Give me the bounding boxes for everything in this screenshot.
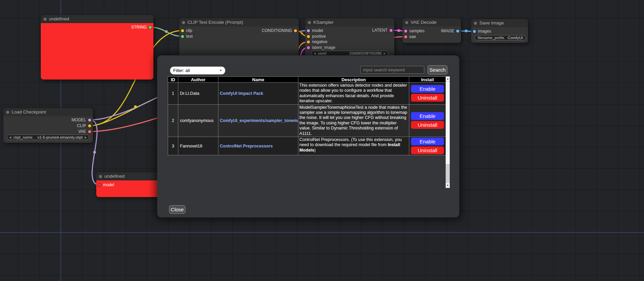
enable-button[interactable]: Enable (411, 85, 444, 93)
table-row: 3 Fannovel16 ControlNet Preprocessors Co… (168, 137, 446, 155)
output-slot-conditioning[interactable]: CONDITIONING (262, 29, 297, 32)
cell-name: ControlNet Preprocessors (218, 137, 298, 155)
extension-link[interactable]: ComfyUI Impact Pack (220, 91, 263, 96)
node-title: VAE Decode (411, 18, 436, 27)
node-title-bar[interactable]: VAE Decode (402, 18, 461, 27)
collapse-dot-icon[interactable] (182, 21, 185, 24)
node-title-bar[interactable]: Save Image (471, 19, 528, 27)
collapse-dot-icon[interactable] (99, 175, 102, 178)
cell-install: Enable Uninstall (409, 104, 446, 137)
uninstall-button[interactable]: Uninstall (411, 121, 444, 129)
link-midpoint-dot (134, 105, 137, 108)
output-slot-model[interactable]: MODEL (71, 118, 91, 122)
input-dot-latent-image[interactable] (307, 46, 310, 49)
node-clip-text-encode[interactable]: CLIP Text Encode (Prompt) clip text COND… (179, 18, 299, 60)
widget-next-icon[interactable]: ▶ (85, 136, 87, 139)
header-install: Install (409, 77, 446, 83)
ckpt-name-widget[interactable]: ◀ ckpt_name v1-5-pruned-emaonly.ckpt ▶ (7, 135, 89, 140)
scrollbar-thumb[interactable] (446, 81, 450, 165)
close-button[interactable]: Close (169, 205, 185, 214)
uninstall-button[interactable]: Uninstall (411, 146, 444, 154)
filter-selected-value: Filter: all (173, 68, 190, 73)
extension-link[interactable]: ComfyUI_experiments/sampler_tonemap (220, 118, 298, 123)
collapse-dot-icon[interactable] (308, 21, 311, 24)
output-slot-latent[interactable]: LATENT (372, 29, 393, 32)
cell-id: 2 (168, 104, 178, 137)
input-slot-images[interactable]: images (473, 30, 491, 33)
node-ksampler[interactable]: KSampler model positive negative latent_… (305, 18, 394, 59)
input-slot-positive[interactable]: positive (307, 35, 326, 38)
header-author: Author (178, 77, 218, 83)
collapse-dot-icon[interactable] (44, 18, 47, 21)
table-header-row: ID Author Name Description Install (168, 77, 446, 83)
input-slot-model[interactable]: model (98, 183, 114, 187)
scroll-down-icon[interactable]: ▼ (446, 183, 450, 188)
custom-nodes-manager-dialog: Filter: all ▼ Search ID Author Name Desc… (157, 55, 459, 217)
widget-decrement-icon[interactable]: ◀ (314, 52, 316, 55)
input-dot-images[interactable] (473, 30, 476, 33)
output-dot-model[interactable] (88, 119, 91, 122)
header-description: Description (298, 77, 409, 83)
input-slot-text[interactable]: text (181, 35, 193, 38)
output-slot-string[interactable]: STRING (131, 25, 152, 29)
cell-author: Fannovel16 (178, 137, 218, 155)
link-midpoint-dot (465, 30, 467, 32)
node-title: KSampler (313, 18, 333, 27)
input-dot-vae[interactable] (404, 35, 407, 38)
collapse-dot-icon[interactable] (474, 22, 477, 25)
enable-button[interactable]: Enable (411, 112, 444, 120)
output-slot-vae[interactable]: VAE (78, 130, 91, 133)
link-midpoint-dot (93, 151, 96, 154)
input-slot-clip[interactable]: clip (181, 29, 192, 32)
uninstall-button[interactable]: Uninstall (411, 94, 444, 102)
output-slot-image[interactable]: IMAGE (441, 29, 459, 33)
extension-link[interactable]: ControlNet Preprocessors (220, 144, 273, 148)
node-title-bar[interactable]: Load Checkpoint (3, 108, 93, 116)
node-title-bar[interactable]: CLIP Text Encode (Prompt) (179, 18, 299, 27)
input-slot-samples[interactable]: samples (404, 29, 425, 33)
input-slot-model[interactable]: model (307, 29, 323, 32)
node-vae-decode[interactable]: VAE Decode samples vae IMAGE (402, 18, 461, 43)
input-dot-model[interactable] (307, 29, 310, 32)
node-title: undefined (49, 15, 69, 23)
graph-canvas[interactable]: undefined STRING CLIP Text Encode (Promp… (0, 0, 644, 281)
input-dot-samples[interactable] (404, 30, 407, 33)
node-title-bar[interactable]: undefined (41, 15, 153, 23)
widget-increment-icon[interactable]: ▶ (384, 52, 386, 55)
enable-button[interactable]: Enable (411, 138, 444, 145)
search-input[interactable] (360, 66, 424, 74)
scroll-up-icon[interactable]: ▲ (446, 76, 450, 81)
node-load-checkpoint[interactable]: Load Checkpoint MODEL CLIP VAE ◀ ckpt_na… (3, 108, 93, 143)
chevron-down-icon: ▼ (219, 69, 222, 72)
node-save-image[interactable]: Save Image images filename_prefix ComfyU… (471, 19, 528, 43)
input-dot-clip[interactable] (181, 29, 184, 32)
collapse-dot-icon[interactable] (405, 21, 408, 24)
node-undefined-top[interactable]: undefined STRING (41, 15, 153, 80)
input-slot-vae[interactable]: vae (404, 35, 416, 38)
widget-previous-icon[interactable]: ◀ (9, 136, 11, 139)
output-dot-string[interactable] (149, 26, 152, 29)
table-scrollbar[interactable]: ▲ ▼ (446, 76, 450, 188)
output-dot-conditioning[interactable] (294, 29, 297, 32)
cell-install: Enable Uninstall (409, 83, 446, 105)
search-button[interactable]: Search (428, 65, 447, 74)
cell-description: ControlNet Preprocessors. (To use this e… (298, 137, 409, 155)
input-dot-negative[interactable] (307, 40, 310, 43)
cell-author: comfyanonymous (178, 104, 218, 137)
output-slot-clip[interactable]: CLIP (77, 124, 91, 127)
input-dot-model[interactable] (98, 183, 101, 187)
output-dot-clip[interactable] (88, 124, 91, 127)
collapse-dot-icon[interactable] (6, 111, 9, 114)
node-title: Save Image (479, 19, 504, 27)
filename-prefix-widget[interactable]: filename_prefix ComfyUI (475, 35, 526, 40)
input-slot-latent-image[interactable]: latent_image (307, 46, 335, 49)
input-dot-positive[interactable] (307, 35, 310, 38)
output-dot-image[interactable] (456, 30, 459, 33)
output-dot-latent[interactable] (390, 29, 393, 32)
input-slot-negative[interactable]: negative (307, 40, 327, 43)
input-dot-text[interactable] (181, 35, 184, 38)
output-dot-vae[interactable] (88, 130, 91, 133)
filter-dropdown[interactable]: Filter: all ▼ (170, 67, 225, 74)
node-title-bar[interactable]: KSampler (305, 18, 394, 27)
cell-id: 1 (168, 83, 178, 105)
